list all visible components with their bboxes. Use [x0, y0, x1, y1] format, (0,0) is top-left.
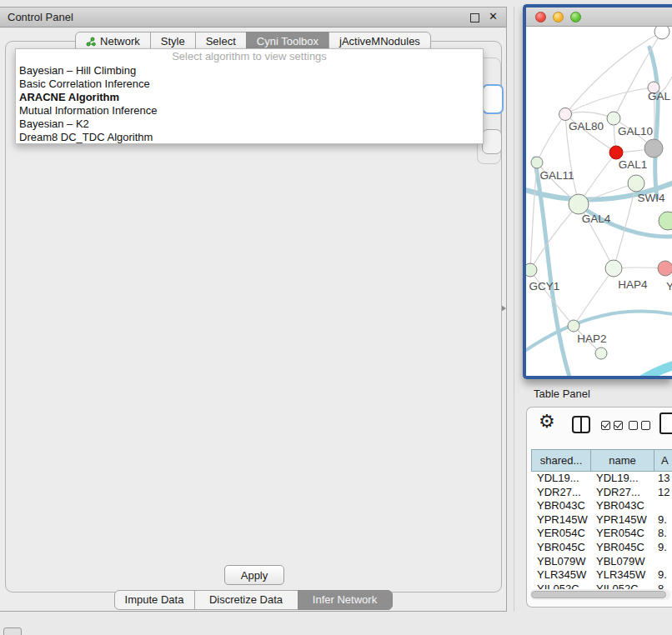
cell: YBL079W: [590, 555, 654, 569]
table-row[interactable]: YER054CYER054C8.: [531, 527, 672, 541]
network-view-window[interactable]: GAL GAL80 GAL10 GAL1 GAL11 SWI4 GAL4 GCY…: [523, 4, 672, 379]
cell: YLR345W: [531, 568, 590, 582]
columns-icon[interactable]: [572, 416, 590, 433]
network-node[interactable]: [595, 348, 607, 359]
deselect-all-columns-icon[interactable]: [629, 421, 650, 430]
cell: [654, 555, 672, 569]
tab-discretize-data-label: Discretize Data: [209, 591, 283, 609]
table-row[interactable]: YBR043CYBR043C: [531, 499, 672, 513]
table-body[interactable]: YDL19...YDL19...13 YDR27...YDR27...12 YB…: [531, 472, 672, 589]
minimize-traffic-light-icon[interactable]: [553, 12, 564, 22]
network-edge-cyan: [624, 362, 672, 378]
control-panel-titlebar[interactable]: Control Panel ✕: [0, 8, 506, 28]
network-node-gray[interactable]: [644, 139, 663, 158]
partial-corner-button[interactable]: [3, 628, 22, 635]
network-node-gal4[interactable]: [569, 194, 589, 214]
network-node-hap4[interactable]: [605, 260, 622, 277]
network-window-titlebar[interactable]: [526, 8, 672, 27]
algorithm-option[interactable]: Basic Correlation Inference: [16, 78, 483, 91]
node-label: GAL4: [582, 212, 611, 225]
table-row[interactable]: YIL052CYIL052C8.: [531, 582, 672, 589]
network-node-gcy1[interactable]: [526, 263, 537, 277]
close-traffic-light-icon[interactable]: [535, 12, 546, 22]
algorithm-option[interactable]: Bayesian – Hill Climbing: [16, 64, 483, 78]
file-icon[interactable]: [659, 412, 672, 434]
network-node-gal10[interactable]: [607, 112, 620, 125]
algorithm-option-selected[interactable]: ARACNE Algorithm: [16, 91, 483, 104]
table-panel-title: Table Panel: [534, 388, 590, 400]
cell: YPR145W: [590, 513, 654, 528]
algorithm-dropdown-list: Select algorithm to view settings Bayesi…: [15, 48, 484, 144]
network-node-labels: GAL GAL80 GAL10 GAL1 GAL11 SWI4 GAL4 GCY…: [529, 90, 672, 345]
cell: 13: [654, 472, 672, 486]
node-label: GAL1: [619, 158, 648, 171]
apply-button-label: Apply: [241, 569, 268, 582]
apply-button[interactable]: Apply: [224, 565, 284, 585]
cell: 9.: [654, 568, 672, 582]
algorithm-option[interactable]: Mutual Information Inference: [16, 104, 483, 118]
table-row[interactable]: YDL19...YDL19...13: [531, 472, 672, 486]
zoom-traffic-light-icon[interactable]: [570, 12, 581, 22]
column-header-partial[interactable]: A: [654, 450, 672, 471]
cell: YPR145W: [531, 513, 590, 528]
hidden-focused-combobox-fragment: [482, 84, 504, 114]
algorithm-dropdown-placeholder: Select algorithm to view settings: [16, 49, 483, 64]
cell: 9.: [654, 513, 672, 528]
table-header-row: shared... name A: [531, 449, 672, 472]
tab-infer-network-label: Infer Network: [313, 591, 377, 609]
cell: YLR345W: [590, 568, 654, 582]
control-panel-window: Control Panel ✕ Network Style Select: [0, 7, 507, 612]
cell: [654, 499, 672, 513]
table-row[interactable]: YBL079WYBL079W: [531, 555, 672, 569]
network-node-gal1[interactable]: [609, 146, 623, 159]
network-graph: GAL GAL80 GAL10 GAL1 GAL11 SWI4 GAL4 GCY…: [526, 27, 672, 378]
cell: YDL19...: [590, 472, 654, 486]
network-node[interactable]: [659, 212, 672, 230]
gear-icon[interactable]: ⚙: [539, 411, 555, 432]
network-canvas[interactable]: GAL GAL80 GAL10 GAL1 GAL11 SWI4 GAL4 GCY…: [526, 27, 672, 378]
node-label: HAP2: [577, 332, 606, 345]
network-node-gal11[interactable]: [531, 157, 543, 168]
network-node-hap2[interactable]: [568, 320, 579, 332]
cell: YDR27...: [531, 486, 590, 500]
table-row[interactable]: YLR345WYLR345W9.: [531, 568, 672, 582]
tab-impute-data-label: Impute Data: [125, 591, 184, 609]
cell: YER054C: [531, 527, 590, 541]
network-node-swi4[interactable]: [628, 175, 644, 192]
table-row[interactable]: YDR27...YDR27...12: [531, 486, 672, 500]
cell: YBR045C: [531, 541, 590, 555]
cell: YDR27...: [590, 486, 654, 500]
table-panel: ⚙ shared... name A YDL19...YDL19...13 YD…: [526, 407, 672, 608]
node-label: GCY1: [529, 280, 560, 292]
table-horizontal-scrollbar[interactable]: [530, 589, 670, 600]
algorithm-option[interactable]: Dream8 DC_TDC Algorithm: [16, 131, 483, 144]
cell: 9.: [654, 541, 672, 555]
network-node[interactable]: [654, 27, 669, 39]
control-panel-title: Control Panel: [8, 11, 73, 23]
table-row[interactable]: YBR045CYBR045C9.: [531, 541, 672, 555]
network-icon: [86, 37, 96, 47]
tab-discretize-data[interactable]: Discretize Data: [194, 590, 298, 610]
tab-impute-data[interactable]: Impute Data: [114, 590, 195, 610]
cell: YBR045C: [590, 541, 654, 555]
algorithm-option[interactable]: Bayesian – K2: [16, 118, 483, 131]
node-label: SWI4: [637, 192, 664, 204]
tab-infer-network[interactable]: Infer Network: [298, 590, 393, 610]
column-header-shared-name[interactable]: shared...: [532, 450, 591, 471]
node-label: GAL10: [618, 125, 653, 138]
cell: 12: [654, 486, 672, 500]
close-icon[interactable]: ✕: [489, 10, 498, 22]
node-label: Y: [666, 280, 672, 292]
network-node-gal80[interactable]: [559, 108, 572, 121]
node-table: shared... name A YDL19...YDL19...13 YDR2…: [531, 449, 672, 589]
cell: YBR043C: [590, 499, 654, 513]
table-row[interactable]: YPR145WYPR145W9.: [531, 513, 672, 528]
float-window-icon[interactable]: [470, 13, 479, 22]
hidden-combobox-fragment: [482, 129, 502, 154]
column-header-name[interactable]: name: [591, 450, 654, 471]
scrollbar-thumb[interactable]: [531, 591, 666, 598]
network-node-salmon[interactable]: [658, 261, 672, 276]
node-label: HAP4: [618, 278, 648, 291]
select-all-columns-icon[interactable]: [601, 421, 623, 430]
cell: 8.: [654, 582, 672, 589]
